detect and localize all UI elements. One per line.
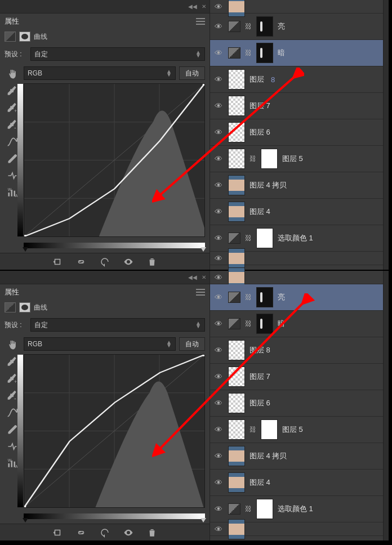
layer-name[interactable]: 图层 4 拷贝 [250, 451, 287, 461]
mask-thumb[interactable] [256, 499, 273, 519]
visibility-toggle[interactable]: 👁 [213, 254, 224, 263]
adjustment-thumb[interactable] [228, 292, 240, 303]
hand-icon[interactable] [6, 69, 19, 80]
smooth-icon[interactable] [6, 170, 19, 181]
layer-name[interactable]: 图层 6 [250, 398, 270, 408]
layer-name[interactable]: 暗 [278, 319, 285, 329]
visibility-toggle[interactable]: 👁 [213, 319, 224, 328]
layer-thumb[interactable] [228, 149, 245, 169]
hand-icon[interactable] [6, 339, 19, 351]
adjustment-thumb[interactable] [228, 21, 240, 32]
layer-thumb[interactable] [228, 419, 245, 440]
layer-row-dark[interactable]: 👁 ⛓ 暗 [210, 40, 383, 66]
visibility-toggle[interactable]: 👁 [213, 293, 224, 302]
eyedropper-plus-icon[interactable]: + [6, 373, 19, 385]
curve-tool-icon[interactable] [6, 136, 19, 148]
scrollbar[interactable] [383, 0, 389, 270]
visibility-toggle[interactable]: 👁 [213, 22, 224, 31]
adjustment-thumb[interactable] [228, 47, 240, 59]
layer-row-l8[interactable]: 👁 图层8 [210, 66, 383, 93]
panel-menu-icon[interactable] [196, 18, 205, 25]
white-point-slider[interactable] [201, 247, 206, 252]
layer-row-l6[interactable]: 👁 图层 6 [210, 119, 383, 146]
layer-row-top[interactable]: 👁 [210, 271, 383, 284]
curve-tool-icon[interactable] [6, 407, 19, 418]
curves-graph[interactable] [24, 354, 205, 508]
mask-thumb[interactable] [261, 419, 278, 440]
layer-thumb[interactable] [228, 175, 245, 195]
input-gradient[interactable] [24, 513, 205, 519]
histogram-icon[interactable]: WA [6, 458, 19, 469]
layer-thumb[interactable] [228, 248, 245, 269]
layer-row-bright[interactable]: 👁 ⛓ 亮 [210, 284, 383, 311]
layer-name[interactable]: 图层 [250, 74, 264, 84]
adjustment-thumb[interactable] [228, 318, 240, 329]
collapse-icon[interactable]: ◀◀ [188, 3, 197, 10]
eyedropper-icon[interactable] [6, 356, 19, 368]
visibility-toggle[interactable]: 👁 [213, 425, 224, 434]
visibility-toggle[interactable]: 👁 [213, 75, 224, 84]
black-point-slider[interactable] [23, 518, 28, 522]
layer-thumb[interactable] [228, 340, 245, 360]
black-point-slider[interactable] [23, 247, 28, 252]
visibility-icon[interactable] [121, 256, 136, 268]
eyedropper-icon[interactable] [6, 86, 19, 97]
visibility-toggle[interactable]: 👁 [213, 154, 224, 163]
pencil-icon[interactable] [6, 424, 19, 435]
layer-row-l5[interactable]: 👁 ⛓ 图层 5 [210, 417, 383, 443]
visibility-icon[interactable] [121, 526, 136, 539]
layer-row-l4c[interactable]: 👁 图层 4 拷贝 [210, 443, 383, 470]
layer-row-l4[interactable]: 👁 图层 4 [210, 470, 383, 496]
eyedropper-plus-icon[interactable]: + [6, 102, 19, 114]
mask-mode-icon[interactable] [19, 302, 30, 312]
panel-menu-icon[interactable] [196, 289, 205, 296]
layer-name[interactable]: 选取颜色 1 [278, 233, 313, 243]
visibility-toggle[interactable]: 👁 [213, 234, 224, 243]
layer-row-bright[interactable]: 👁 ⛓ 亮 [210, 14, 383, 40]
layer-row-bot[interactable]: 👁 [210, 522, 383, 536]
visibility-toggle[interactable]: 👁 [213, 504, 224, 513]
reset-icon[interactable] [97, 526, 113, 539]
layer-row-dark[interactable]: 👁 ⛓ 暗 [210, 311, 383, 337]
close-icon[interactable]: ✕ [202, 3, 206, 10]
visibility-toggle[interactable]: 👁 [213, 346, 224, 355]
layer-row-l7[interactable]: 👁 图层 7 [210, 93, 383, 119]
visibility-toggle[interactable]: 👁 [213, 101, 224, 110]
histogram-icon[interactable]: WA [6, 187, 19, 198]
visibility-toggle[interactable]: 👁 [213, 399, 224, 408]
visibility-toggle[interactable]: 👁 [213, 372, 224, 381]
layer-name[interactable]: 图层 7 [250, 101, 270, 111]
white-point-slider[interactable] [201, 518, 206, 522]
mask-thumb[interactable] [256, 287, 273, 307]
layer-row-bot[interactable]: 👁 [210, 252, 383, 265]
visibility-toggle[interactable]: 👁 [213, 2, 224, 11]
layer-thumb[interactable] [228, 393, 245, 413]
preset-select[interactable]: 自定 ▲▼ [30, 318, 205, 332]
layer-row-l6[interactable]: 👁 图层 6 [210, 390, 383, 417]
visibility-toggle[interactable]: 👁 [213, 273, 224, 282]
layer-name[interactable]: 图层 7 [250, 372, 270, 382]
auto-button[interactable]: 自动 [179, 66, 205, 80]
link-icon[interactable] [73, 256, 89, 268]
layer-thumb[interactable] [228, 446, 245, 466]
visibility-toggle[interactable]: 👁 [213, 207, 224, 216]
layer-row-l8[interactable]: 👁 图层 8 [210, 337, 383, 364]
mask-thumb[interactable] [261, 149, 278, 169]
mask-mode-icon[interactable] [19, 32, 30, 42]
layer-row-l5[interactable]: 👁 ⛓ 图层 5 [210, 146, 383, 172]
visibility-toggle[interactable]: 👁 [213, 478, 224, 487]
layer-thumb[interactable] [228, 202, 245, 222]
layer-name[interactable]: 暗 [278, 48, 285, 58]
layer-name[interactable]: 图层 4 [250, 207, 270, 217]
delete-icon[interactable] [144, 526, 160, 539]
channel-select[interactable]: RGB ▲▼ [24, 66, 176, 80]
layer-thumb[interactable] [228, 96, 245, 116]
layer-name[interactable]: 图层 8 [250, 345, 270, 355]
layer-name[interactable]: 图层 4 [250, 477, 270, 488]
eyedropper-minus-icon[interactable]: - [6, 119, 19, 131]
scrollbar[interactable] [383, 271, 389, 540]
mask-thumb[interactable] [256, 43, 273, 63]
layer-name[interactable]: 选取颜色 1 [278, 504, 313, 514]
channel-select[interactable]: RGB ▲▼ [24, 337, 176, 351]
collapse-icon[interactable]: ◀◀ [188, 274, 197, 280]
